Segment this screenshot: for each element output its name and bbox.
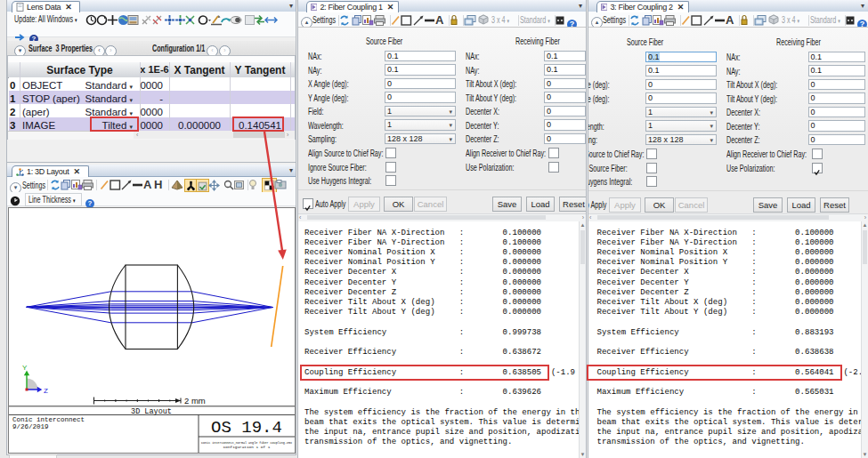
- svg-text:2 mm: 2 mm: [184, 396, 206, 406]
- svg-text:OS 19.4: OS 19.4: [211, 418, 282, 438]
- svg-text:Y: Y: [22, 364, 28, 372]
- svg-text:Z: Z: [44, 387, 48, 395]
- svg-text:9/26/2019: 9/26/2019: [12, 423, 49, 430]
- svg-text:Conic interconnect: Conic interconnect: [12, 416, 85, 423]
- svg-text:3D Layout: 3D Layout: [131, 407, 172, 416]
- svg-text:Configuration 1 of 1: Configuration 1 of 1: [223, 445, 271, 449]
